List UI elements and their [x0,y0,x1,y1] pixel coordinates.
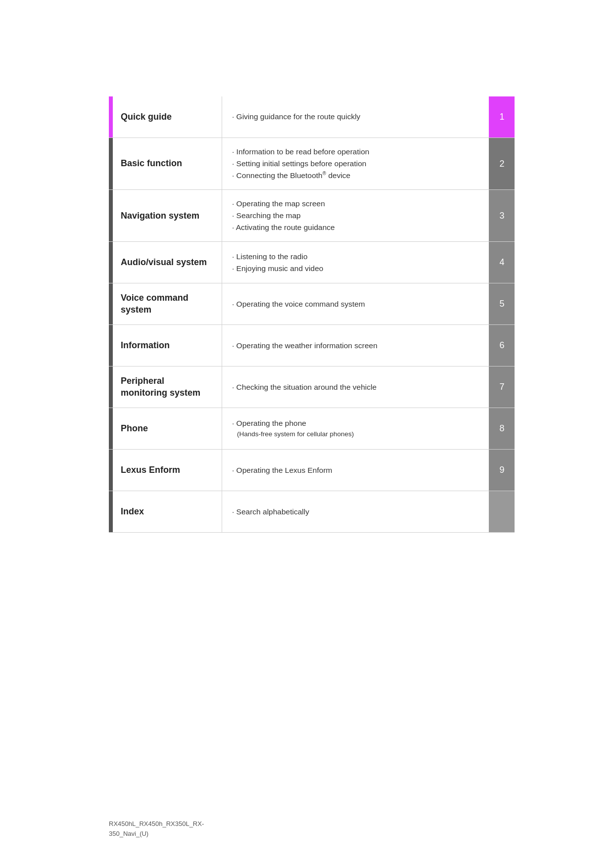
title-index: Index [121,506,144,517]
toc-row: Basic function · Information to be read … [109,138,515,190]
col-desc-peripheral: · Checking the situation around the vehi… [222,366,489,408]
col-desc-audio-visual: · Listening to the radio · Enjoying musi… [222,242,489,283]
bullet-line: · Operating the map screen [232,198,335,210]
bullet-line: · Giving guidance for the route quickly [232,111,360,123]
bullet-line: · Search alphabetically [232,506,309,518]
col-num-index [489,491,515,532]
toc-row: Phone · Operating the phone (Hands-free … [109,408,515,450]
col-title-information: Information [113,325,222,366]
col-title-navigation: Navigation system [113,190,222,241]
desc-information: · Operating the weather information scre… [232,340,378,352]
col-desc-basic-function: · Information to be read before operatio… [222,138,489,189]
title-basic-function: Basic function [121,158,182,169]
row-accent-voice-command [109,283,113,324]
row-accent-information [109,325,113,366]
col-title-voice-command: Voice command system [113,283,222,324]
bullet-line: (Hands-free system for cellular phones) [232,429,354,440]
bullet-line: · Searching the map [232,210,335,222]
col-title-peripheral: Peripheral monitoring system [113,366,222,408]
desc-basic-function: · Information to be read before operatio… [232,146,369,182]
col-desc-lexus-enform: · Operating the Lexus Enform [222,450,489,491]
bullet-line: · Operating the Lexus Enform [232,464,332,476]
row-accent-index [109,491,113,532]
footer-line1: RX450hL_RX450h_RX350L_RX- [109,820,204,827]
row-accent-quick-guide [109,96,113,137]
toc-row: Peripheral monitoring system · Checking … [109,366,515,408]
bullet-line: · Operating the voice command system [232,298,365,310]
bullet-line: · Operating the phone [232,417,354,429]
col-num-quick-guide: 1 [489,96,515,137]
bullet-line: · Connecting the Bluetooth® device [232,170,369,182]
title-audio-visual: Audio/visual system [121,257,207,268]
row-accent-phone [109,408,113,449]
toc-row: Quick guide · Giving guidance for the ro… [109,96,515,138]
col-desc-index: · Search alphabetically [222,491,489,532]
title-navigation: Navigation system [121,210,199,222]
row-accent-peripheral [109,366,113,408]
toc-row: Lexus Enform · Operating the Lexus Enfor… [109,450,515,491]
bullet-line: · Activating the route guidance [232,222,335,233]
footer: RX450hL_RX450h_RX350L_RX- 350_Navi_(U) [109,819,204,838]
bullet-line: · Enjoying music and video [232,263,323,274]
title-information: Information [121,340,170,351]
col-desc-phone: · Operating the phone (Hands-free system… [222,408,489,449]
title-quick-guide: Quick guide [121,111,172,123]
toc-row: Voice command system · Operating the voi… [109,283,515,325]
col-title-quick-guide: Quick guide [113,96,222,137]
col-num-peripheral: 7 [489,366,515,408]
toc-row: Information · Operating the weather info… [109,325,515,366]
col-title-phone: Phone [113,408,222,449]
title-peripheral: Peripheral monitoring system [121,375,212,399]
toc-row: Audio/visual system · Listening to the r… [109,242,515,283]
bullet-line: · Operating the weather information scre… [232,340,378,352]
desc-phone: · Operating the phone (Hands-free system… [232,417,354,440]
desc-voice-command: · Operating the voice command system [232,298,365,310]
bullet-line: · Checking the situation around the vehi… [232,381,377,393]
col-title-index: Index [113,491,222,532]
col-num-navigation: 3 [489,190,515,241]
desc-audio-visual: · Listening to the radio · Enjoying musi… [232,251,323,274]
col-desc-information: · Operating the weather information scre… [222,325,489,366]
bullet-line: · Setting initial settings before operat… [232,158,369,170]
toc-row: Navigation system · Operating the map sc… [109,190,515,242]
col-num-voice-command: 5 [489,283,515,324]
footer-line2: 350_Navi_(U) [109,830,148,837]
toc-wrapper: Quick guide · Giving guidance for the ro… [109,96,515,533]
row-accent-audio-visual [109,242,113,283]
desc-lexus-enform: · Operating the Lexus Enform [232,464,332,476]
col-desc-voice-command: · Operating the voice command system [222,283,489,324]
col-title-lexus-enform: Lexus Enform [113,450,222,491]
row-accent-basic-function [109,138,113,189]
col-title-basic-function: Basic function [113,138,222,189]
row-accent-lexus-enform [109,450,113,491]
desc-navigation: · Operating the map screen · Searching t… [232,198,335,233]
desc-peripheral: · Checking the situation around the vehi… [232,381,377,393]
col-num-audio-visual: 4 [489,242,515,283]
col-num-phone: 8 [489,408,515,449]
title-voice-command: Voice command system [121,292,212,316]
desc-quick-guide: · Giving guidance for the route quickly [232,111,360,123]
col-num-lexus-enform: 9 [489,450,515,491]
col-num-information: 6 [489,325,515,366]
row-accent-navigation [109,190,113,241]
page: Quick guide · Giving guidance for the ro… [0,0,614,868]
title-lexus-enform: Lexus Enform [121,464,180,476]
title-phone: Phone [121,423,148,434]
toc-row: Index · Search alphabetically [109,491,515,533]
bullet-line: · Information to be read before operatio… [232,146,369,158]
desc-index: · Search alphabetically [232,506,309,518]
col-desc-quick-guide: · Giving guidance for the route quickly [222,96,489,137]
col-num-basic-function: 2 [489,138,515,189]
col-title-audio-visual: Audio/visual system [113,242,222,283]
col-desc-navigation: · Operating the map screen · Searching t… [222,190,489,241]
bullet-line: · Listening to the radio [232,251,323,263]
